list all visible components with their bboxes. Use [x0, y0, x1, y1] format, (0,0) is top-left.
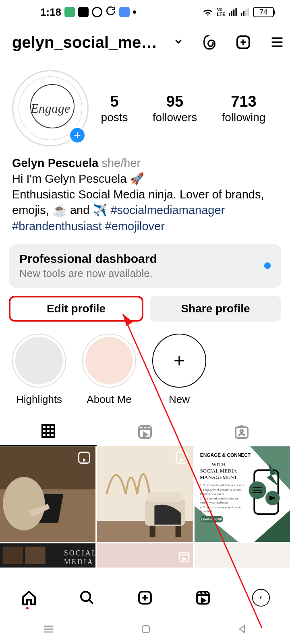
reel-icon	[77, 450, 91, 465]
svg-rect-1	[231, 11, 232, 16]
bio-line: Enthusiastic Social Media ninja. Lover o…	[12, 187, 278, 234]
volte-icon: VoLTE	[217, 7, 226, 17]
dashboard-title: Professional dashboard	[19, 252, 157, 266]
svg-point-12	[240, 430, 243, 433]
profile-summary: Engage + 5 posts 95 followers 713 follow…	[0, 60, 290, 151]
create-tab[interactable]	[136, 589, 154, 607]
svg-text:data on your audience: data on your audience	[200, 501, 228, 504]
svg-point-16	[3, 477, 45, 530]
status-time: 1:18	[40, 6, 61, 19]
posts-grid: ENGAGE & CONNECT WITH SOCIAL MEDIA MANAG…	[0, 446, 290, 568]
status-icon-sync	[106, 6, 116, 19]
wifi-icon	[202, 6, 213, 19]
svg-text:4. Your crisis management game: 4. Your crisis management game	[200, 506, 241, 509]
edit-profile-button[interactable]: Edit profile	[9, 296, 143, 322]
status-icon-app1	[64, 7, 75, 17]
svg-rect-53	[142, 625, 149, 633]
post-thumbnail[interactable]	[0, 446, 95, 542]
threads-icon[interactable]	[201, 33, 218, 51]
status-icon-opera	[92, 7, 102, 17]
system-nav	[0, 616, 290, 644]
search-tab[interactable]	[78, 589, 96, 607]
svg-point-50	[81, 592, 90, 601]
pronouns: she/her	[102, 157, 141, 169]
reels-tab[interactable]	[97, 418, 193, 446]
back-system-icon[interactable]	[236, 623, 248, 637]
create-button[interactable]	[235, 33, 251, 51]
reel-icon	[174, 450, 189, 465]
svg-text:3. You get valuable insights a: 3. You get valuable insights and	[200, 497, 239, 500]
svg-rect-17	[79, 452, 90, 463]
chevron-down-icon[interactable]	[173, 36, 184, 48]
svg-rect-0	[229, 13, 230, 16]
post-thumbnail[interactable]: ENGAGE & CONNECT WITH SOCIAL MEDIA MANAG…	[195, 446, 290, 542]
add-story-button[interactable]: +	[68, 126, 86, 144]
profile-header: gelyn_social_medi…	[0, 24, 290, 60]
post-thumbnail[interactable]	[97, 446, 193, 542]
status-icon-app2	[78, 7, 89, 17]
svg-rect-23	[176, 526, 181, 537]
svg-rect-46	[25, 547, 46, 564]
highlights-row: Highlights About Me New	[0, 322, 290, 406]
signal2-icon	[241, 6, 250, 19]
svg-rect-22	[150, 526, 155, 537]
professional-dashboard-card[interactable]: Professional dashboard New tools are now…	[9, 244, 281, 288]
svg-text:MEDIA: MEDIA	[64, 558, 94, 566]
post-thumbnail[interactable]	[195, 543, 290, 568]
svg-text:SOCIAL MEDIA: SOCIAL MEDIA	[200, 468, 237, 474]
menu-icon[interactable]	[269, 33, 285, 51]
battery-icon: 74	[253, 7, 274, 17]
stat-followers[interactable]: 95 followers	[153, 93, 197, 124]
svg-rect-3	[236, 8, 237, 16]
recent-apps-icon[interactable]	[42, 622, 56, 638]
svg-rect-6	[245, 9, 246, 15]
tagged-tab[interactable]	[193, 418, 290, 446]
svg-text:SOCIAL: SOCIAL	[64, 549, 96, 557]
highlight-item[interactable]: About Me	[82, 334, 136, 406]
svg-text:WITH: WITH	[211, 462, 225, 467]
svg-text:ENGAGE & CONNECT: ENGAGE & CONNECT	[200, 452, 251, 458]
svg-text:reaches new levels: reaches new levels	[200, 492, 224, 495]
share-profile-button[interactable]: Share profile	[150, 296, 281, 322]
status-more-dot	[133, 10, 136, 14]
bio: Gelyn Pescuelashe/her Hi I'm Gelyn Pescu…	[0, 151, 290, 234]
statusbar: 1:18 VoLTE 74	[0, 0, 290, 24]
notification-dot	[264, 262, 271, 269]
post-thumbnail[interactable]	[97, 543, 193, 568]
svg-rect-5	[243, 11, 244, 16]
svg-text:LEARN MORE: LEARN MORE	[201, 518, 222, 521]
svg-text:2. Engagement with the audienc: 2. Engagement with the audience	[200, 488, 242, 491]
svg-text:MANAGEMENT: MANAGEMENT	[200, 475, 237, 480]
new-highlight-button[interactable]: New	[152, 334, 206, 406]
bio-line: Hi I'm Gelyn Pescuela 🚀	[12, 171, 278, 187]
bottom-nav: E	[0, 580, 290, 616]
svg-rect-7	[248, 8, 249, 16]
profile-tab[interactable]: E	[252, 589, 270, 607]
svg-rect-45	[3, 547, 23, 564]
status-icon-app3	[119, 7, 130, 17]
profile-tabs	[0, 418, 290, 446]
svg-rect-2	[233, 9, 234, 15]
home-tab[interactable]	[20, 589, 38, 607]
highlight-item[interactable]: Highlights	[12, 334, 66, 406]
svg-marker-27	[254, 510, 290, 542]
svg-text:1. Your brand reputation skyro: 1. Your brand reputation skyrockets	[200, 484, 244, 487]
stat-posts[interactable]: 5 posts	[101, 93, 128, 124]
display-name: Gelyn Pescuela	[12, 157, 98, 169]
username-dropdown[interactable]: gelyn_social_medi…	[12, 33, 165, 52]
avatar[interactable]: Engage +	[12, 70, 89, 147]
stat-following[interactable]: 713 following	[222, 93, 265, 124]
signal1-icon	[229, 6, 238, 19]
reels-nav-tab[interactable]	[194, 589, 212, 607]
grid-tab[interactable]	[0, 418, 97, 446]
home-notification-dot	[26, 607, 29, 609]
reel-icon	[178, 551, 191, 565]
svg-rect-9	[42, 425, 54, 437]
home-system-icon[interactable]	[140, 623, 152, 637]
svg-rect-21	[147, 492, 183, 502]
post-thumbnail[interactable]: SOCIAL MEDIA	[0, 543, 95, 568]
svg-rect-24	[176, 452, 187, 463]
dashboard-subtitle: New tools are now available.	[19, 267, 157, 280]
svg-rect-4	[241, 13, 242, 16]
svg-text:is on fleek: is on fleek	[200, 510, 213, 513]
